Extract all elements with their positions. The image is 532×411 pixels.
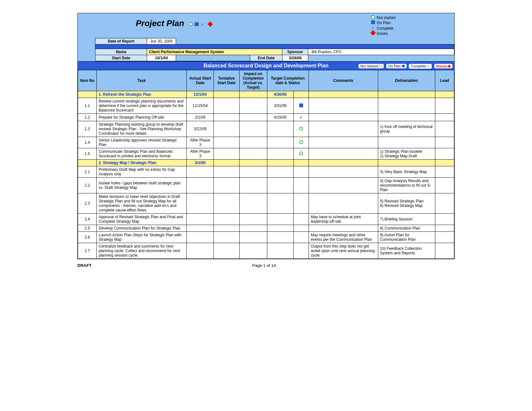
cell-impact: [239, 91, 267, 98]
cell-status: [293, 214, 309, 225]
cell-impact: [239, 193, 267, 214]
cell-tentative-start: [214, 225, 240, 232]
table-row: 1.2Prepare for Strategic Planning Off-si…: [78, 114, 454, 121]
cell-lead: [435, 225, 454, 232]
date-of-report-value: Jun 30, 2005: [147, 38, 176, 44]
legend-on-plan: On Plan: [377, 21, 390, 25]
cell-deliverables: [378, 114, 435, 121]
col-lead: Lead: [435, 70, 454, 91]
cell-tentative-start: [214, 178, 240, 193]
cell-actual-start: 3/1/05: [187, 160, 214, 166]
cell-item: 2.1: [78, 166, 97, 178]
cell-item: 1.1: [78, 98, 97, 114]
cell-comments: May require meetings and other events pe…: [309, 232, 378, 243]
col-item-no: Item No: [78, 70, 97, 91]
cell-actual-start: After Phase 3: [187, 137, 214, 148]
cell-task: Strategic Planning working group to deve…: [97, 121, 187, 137]
cell-comments: [309, 114, 378, 121]
cell-tentative-start: [214, 193, 240, 214]
cell-deliverables: [378, 98, 435, 114]
start-date-value: 10/1/04: [147, 55, 176, 61]
info-table: Date of Report Jun 30, 2005 Name Client …: [95, 38, 454, 61]
table-row: 2.3Make revisions to lower level objecti…: [78, 193, 454, 214]
cell-impact: [239, 160, 267, 166]
cell-comments: [309, 148, 378, 160]
status-pills: Not Started On Plan Complete ✓ Issues: [358, 63, 452, 69]
pill-on-plan: On Plan: [386, 64, 407, 68]
title-check-icon: ✓: [201, 22, 205, 27]
cell-actual-start: 12/1/04: [187, 91, 214, 98]
cell-actual-start: [187, 243, 214, 259]
cell-task: Preliminary Draft Map with no extras for…: [97, 166, 187, 178]
cell-impact: [239, 137, 267, 148]
cell-deliverables: [378, 91, 435, 98]
table-row: 2.6Launch Action Plan Steps for Strategi…: [78, 232, 454, 243]
cell-item: [78, 160, 97, 166]
section-title-bar: Balanced Scorecard Design and Developmen…: [78, 62, 454, 70]
cell-item: 2.7: [78, 243, 97, 259]
cell-task: Make revisions to lower level objectives…: [97, 193, 187, 214]
cell-task: Approval of Revised Strategic Plan and F…: [97, 214, 187, 225]
cell-task: Launch Action Plan Steps for Strategic P…: [97, 232, 187, 243]
cell-comments: [309, 160, 378, 166]
table-row: 2.1Preliminary Draft Map with no extras …: [78, 166, 454, 178]
cell-lead: [435, 114, 454, 121]
cell-impact: [239, 178, 267, 193]
cell-deliverables: 4) Gap Analysis Results and recommendati…: [378, 178, 435, 193]
cell-lead: [435, 160, 454, 166]
main-table: Item No Task Actual Start Date Tentative…: [78, 70, 454, 259]
cell-target-date: [267, 225, 293, 232]
col-target-completion: Target Completion date & Status: [267, 70, 309, 91]
not-started-icon: [299, 152, 303, 155]
cell-status: [293, 193, 309, 214]
cell-task: 1. Refresh the Strategic Plan: [97, 91, 187, 98]
cell-target-date: [267, 121, 293, 137]
pill-not-started: Not Started: [359, 64, 384, 68]
cell-comments: [309, 121, 378, 137]
section-row: 1. Refresh the Strategic Plan12/1/044/30…: [78, 91, 454, 98]
sponsor-value: Bill Praxton, CFO: [308, 49, 454, 55]
cell-lead: [435, 91, 454, 98]
cell-comments: [309, 193, 378, 214]
cell-target-date: [267, 137, 293, 148]
col-task: Task: [97, 70, 187, 91]
cell-lead: [435, 214, 454, 225]
cell-task: Senior Leadership approves revised Strat…: [97, 137, 187, 148]
cell-lead: [435, 166, 454, 178]
cell-target-date: [267, 243, 293, 259]
cell-deliverables: [378, 160, 435, 166]
title-square-icon: [195, 22, 199, 26]
cell-target-date: 3/31/05: [267, 98, 293, 114]
cell-task: Centralize feedback and comments for nex…: [97, 243, 187, 259]
col-deliverables: Deliverables: [378, 70, 435, 91]
cell-actual-start: [187, 178, 214, 193]
footer-draft: DRAFT: [77, 263, 202, 268]
cell-actual-start: 3/22/05: [187, 121, 214, 137]
cell-target-date: [267, 160, 293, 166]
table-row: 1.3Strategic Planning working group to d…: [78, 121, 454, 137]
cell-status: [293, 243, 309, 259]
cell-lead: [435, 148, 454, 160]
cell-status: [293, 98, 309, 114]
cell-tentative-start: [214, 121, 240, 137]
not-started-icon: [299, 127, 303, 131]
cell-actual-start: 2/1/05: [187, 114, 214, 121]
col-actual-start: Actual Start Date: [187, 70, 214, 91]
name-value: Client Performance Management System: [147, 49, 282, 55]
cell-tentative-start: [214, 114, 240, 121]
cell-status: [293, 178, 309, 193]
cell-target-date: [267, 166, 293, 178]
cell-tentative-start: [214, 98, 240, 114]
cell-deliverables: 7) Briefing Session: [378, 214, 435, 225]
cell-lead: [435, 137, 454, 148]
cell-target-date: 4/15/05: [267, 114, 293, 121]
start-date-label: Start Date: [95, 55, 147, 61]
cell-impact: [239, 232, 267, 243]
cell-item: 2.6: [78, 232, 97, 243]
section-row: 2. Strategy Map / Strategic Plan3/1/05: [78, 160, 454, 166]
cell-comments: [309, 178, 378, 193]
cell-tentative-start: [214, 148, 240, 160]
cell-target-date: 4/30/05: [267, 91, 293, 98]
cell-tentative-start: [214, 137, 240, 148]
cell-deliverables: 8) Communication Plan: [378, 225, 435, 232]
